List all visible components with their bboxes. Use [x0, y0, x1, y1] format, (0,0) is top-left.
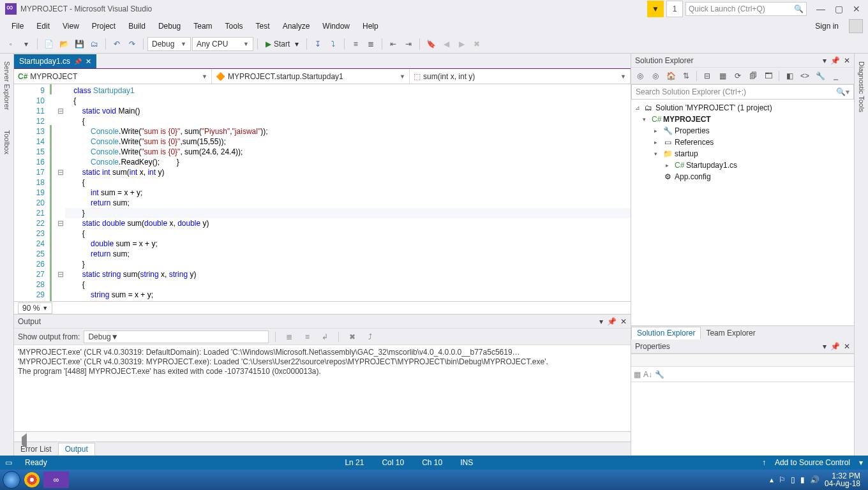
clear-bookmarks-icon[interactable]: ✖: [470, 37, 484, 51]
avatar-icon[interactable]: [849, 19, 863, 33]
sign-in-link[interactable]: Sign in: [809, 19, 845, 33]
output-source-combo[interactable]: Debug▼: [84, 330, 269, 343]
undo-button[interactable]: ↶: [110, 37, 124, 51]
output-clear-icon[interactable]: ≣: [282, 330, 296, 343]
type-dropdown[interactable]: 🔶MYPROJECT.startup.Startupday1▼: [212, 69, 410, 84]
panel-close-icon[interactable]: ✕: [844, 342, 850, 351]
team-explorer-tab[interactable]: Team Explorer: [701, 327, 760, 339]
menu-project[interactable]: Project: [86, 19, 122, 33]
configuration-combo[interactable]: Debug▼: [147, 37, 191, 51]
nav-back-button[interactable]: ◦: [4, 37, 18, 51]
menu-team[interactable]: Team: [187, 19, 218, 33]
save-all-button[interactable]: 🗂: [87, 37, 101, 51]
tray-clock[interactable]: 1:32 PM 04-Aug-18: [825, 472, 860, 487]
project-node[interactable]: MYPROJECT: [663, 115, 711, 124]
menu-build[interactable]: Build: [122, 19, 152, 33]
server-explorer-tab[interactable]: Server Explorer: [3, 57, 11, 114]
output-tab[interactable]: Output: [58, 443, 95, 456]
save-button[interactable]: 💾: [72, 37, 86, 51]
se-code-icon[interactable]: <>: [798, 70, 811, 82]
start-debug-button[interactable]: ▶Start▾: [262, 40, 303, 48]
notification-flag-icon[interactable]: ▼: [647, 1, 664, 17]
menu-edit[interactable]: Edit: [30, 19, 56, 33]
zoom-combo[interactable]: 90 %▼: [18, 302, 52, 314]
redo-button[interactable]: ↷: [125, 37, 139, 51]
tray-battery-icon[interactable]: ▯: [791, 475, 795, 484]
props-categorized-icon[interactable]: ▦: [634, 370, 641, 379]
se-showall-icon[interactable]: ▦: [716, 70, 729, 82]
add-to-source-control[interactable]: Add to Source Control: [766, 458, 859, 467]
file-node[interactable]: Startupday1.cs: [686, 161, 737, 170]
appconfig-node[interactable]: App.config: [675, 172, 711, 181]
panel-pin-icon[interactable]: 📌: [830, 56, 840, 65]
solution-explorer-tab[interactable]: Solution Explorer: [631, 327, 701, 339]
output-x-icon[interactable]: ✖: [345, 330, 359, 343]
panel-menu-icon[interactable]: ▾: [599, 317, 603, 326]
maximize-button[interactable]: ▢: [830, 4, 848, 14]
tray-action-center-icon[interactable]: ⚐: [779, 475, 786, 484]
next-bookmark-icon[interactable]: ▶: [454, 37, 468, 51]
close-button[interactable]: ✕: [848, 4, 865, 14]
menu-file[interactable]: File: [5, 19, 30, 33]
output-wrap-icon[interactable]: ↲: [318, 330, 332, 343]
references-node[interactable]: References: [675, 138, 714, 147]
chevron-down-icon[interactable]: ▾: [859, 458, 863, 467]
solution-search-input[interactable]: Search Solution Explorer (Ctrl+;) 🔍▾: [631, 84, 854, 100]
properties-node[interactable]: Properties: [675, 126, 710, 135]
menu-test[interactable]: Test: [250, 19, 276, 33]
scope-dropdown[interactable]: C#MYPROJECT▼: [14, 69, 212, 84]
menu-window[interactable]: Window: [316, 19, 356, 33]
se-preview-icon[interactable]: ◧: [783, 70, 796, 82]
start-orb-icon[interactable]: [3, 471, 20, 489]
se-home-icon[interactable]: 🏠: [664, 70, 677, 82]
step-over-icon[interactable]: ⤵: [326, 37, 340, 51]
menu-tools[interactable]: Tools: [219, 19, 250, 33]
se-properties-icon[interactable]: 🗔: [762, 70, 775, 82]
taskbar-chrome-icon[interactable]: [24, 472, 40, 487]
se-sync-icon[interactable]: ⇅: [680, 70, 692, 82]
open-file-button[interactable]: 📂: [57, 37, 71, 51]
toolbox-tab[interactable]: Toolbox: [3, 126, 11, 158]
panel-pin-icon[interactable]: 📌: [830, 342, 840, 351]
comment-icon[interactable]: ≡: [348, 37, 363, 51]
se-copy-icon[interactable]: 🗐: [747, 70, 760, 82]
solution-tree[interactable]: ⊿🗂Solution 'MYPROJECT' (1 project) ▾C#MY…: [631, 100, 854, 325]
solution-node[interactable]: Solution 'MYPROJECT' (1 project): [655, 103, 772, 112]
minimize-button[interactable]: —: [812, 4, 830, 14]
quick-launch-input[interactable]: Quick Launch (Ctrl+Q) 🔍: [685, 2, 807, 16]
se-forward-icon[interactable]: ◎: [649, 70, 662, 82]
indent-right-icon[interactable]: ⇥: [401, 37, 415, 51]
tray-volume-icon[interactable]: 🔊: [810, 475, 819, 484]
panel-close-icon[interactable]: ✕: [844, 56, 850, 65]
se-filter-icon[interactable]: ⎯: [829, 70, 842, 82]
menu-help[interactable]: Help: [356, 19, 385, 33]
panel-menu-icon[interactable]: ▾: [823, 342, 827, 351]
taskbar-vs-icon[interactable]: ∞: [43, 471, 69, 488]
output-toggle-icon[interactable]: ≡: [300, 330, 314, 343]
output-scrollbar[interactable]: [14, 431, 631, 442]
member-dropdown[interactable]: ⬚sum(int x, int y)▼: [410, 69, 631, 84]
startup-folder-node[interactable]: startup: [675, 149, 698, 158]
props-alpha-icon[interactable]: A↓: [643, 370, 652, 379]
nav-forward-button[interactable]: ▾: [19, 37, 33, 51]
output-goto-icon[interactable]: ⤴: [363, 330, 377, 343]
se-wrench-icon[interactable]: 🔧: [814, 70, 827, 82]
indent-left-icon[interactable]: ⇤: [386, 37, 400, 51]
output-text[interactable]: 'MYPROJECT.exe' (CLR v4.0.30319: Default…: [14, 345, 631, 431]
panel-close-icon[interactable]: ✕: [620, 317, 627, 326]
panel-pin-icon[interactable]: 📌: [607, 317, 617, 326]
panel-menu-icon[interactable]: ▾: [823, 56, 827, 65]
code-editor[interactable]: 9101112131415161718192021222324252627282…: [14, 84, 631, 301]
pin-icon[interactable]: 📌: [74, 58, 82, 65]
menu-view[interactable]: View: [56, 19, 86, 33]
se-collapse-icon[interactable]: ⊟: [701, 70, 714, 82]
uncomment-icon[interactable]: ≣: [364, 37, 378, 51]
new-project-button[interactable]: 📄: [41, 37, 56, 51]
prev-bookmark-icon[interactable]: ◀: [439, 37, 453, 51]
tray-network-icon[interactable]: ▮: [800, 475, 805, 484]
close-tab-icon[interactable]: ✕: [86, 57, 91, 66]
step-into-icon[interactable]: ↧: [311, 37, 325, 51]
menu-debug[interactable]: Debug: [152, 19, 187, 33]
diagnostic-tools-tab[interactable]: Diagnostic Tools: [858, 57, 865, 116]
props-wrench-icon[interactable]: 🔧: [655, 370, 664, 379]
